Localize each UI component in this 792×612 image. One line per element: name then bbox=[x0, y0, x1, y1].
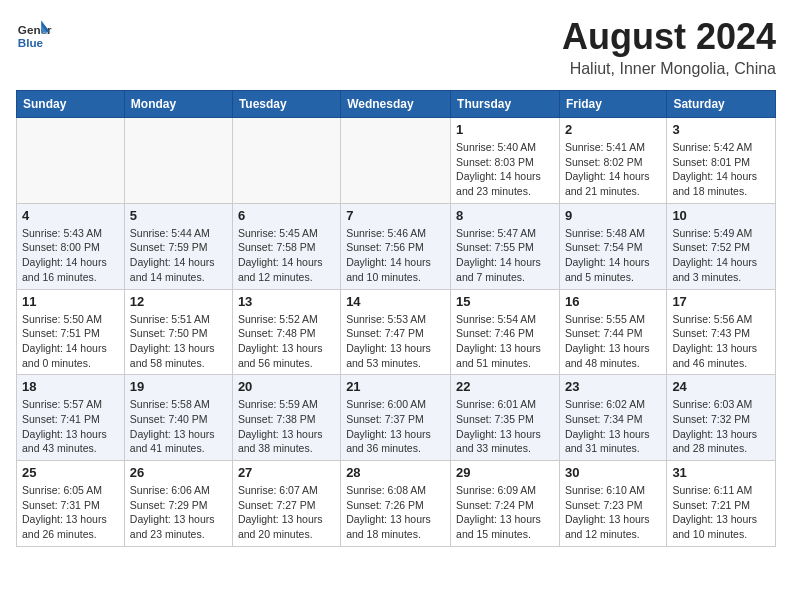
calendar-day: 1Sunrise: 5:40 AMSunset: 8:03 PMDaylight… bbox=[451, 118, 560, 204]
day-info: Sunrise: 5:52 AMSunset: 7:48 PMDaylight:… bbox=[238, 312, 335, 371]
week-row-2: 4Sunrise: 5:43 AMSunset: 8:00 PMDaylight… bbox=[17, 203, 776, 289]
calendar-day: 31Sunrise: 6:11 AMSunset: 7:21 PMDayligh… bbox=[667, 461, 776, 547]
calendar-day bbox=[341, 118, 451, 204]
day-number: 12 bbox=[130, 294, 227, 309]
calendar-title: August 2024 bbox=[562, 16, 776, 58]
calendar-day: 20Sunrise: 5:59 AMSunset: 7:38 PMDayligh… bbox=[232, 375, 340, 461]
calendar-day bbox=[17, 118, 125, 204]
calendar-day: 5Sunrise: 5:44 AMSunset: 7:59 PMDaylight… bbox=[124, 203, 232, 289]
day-info: Sunrise: 5:42 AMSunset: 8:01 PMDaylight:… bbox=[672, 140, 770, 199]
calendar-day: 19Sunrise: 5:58 AMSunset: 7:40 PMDayligh… bbox=[124, 375, 232, 461]
day-info: Sunrise: 5:47 AMSunset: 7:55 PMDaylight:… bbox=[456, 226, 554, 285]
day-info: Sunrise: 6:09 AMSunset: 7:24 PMDaylight:… bbox=[456, 483, 554, 542]
calendar-day: 15Sunrise: 5:54 AMSunset: 7:46 PMDayligh… bbox=[451, 289, 560, 375]
day-info: Sunrise: 6:03 AMSunset: 7:32 PMDaylight:… bbox=[672, 397, 770, 456]
day-info: Sunrise: 5:57 AMSunset: 7:41 PMDaylight:… bbox=[22, 397, 119, 456]
day-info: Sunrise: 6:02 AMSunset: 7:34 PMDaylight:… bbox=[565, 397, 661, 456]
day-number: 26 bbox=[130, 465, 227, 480]
weekday-header-row: SundayMondayTuesdayWednesdayThursdayFrid… bbox=[17, 91, 776, 118]
calendar-day: 8Sunrise: 5:47 AMSunset: 7:55 PMDaylight… bbox=[451, 203, 560, 289]
calendar-day: 10Sunrise: 5:49 AMSunset: 7:52 PMDayligh… bbox=[667, 203, 776, 289]
day-number: 8 bbox=[456, 208, 554, 223]
calendar-table: SundayMondayTuesdayWednesdayThursdayFrid… bbox=[16, 90, 776, 547]
logo-icon: General Blue bbox=[16, 16, 52, 52]
calendar-day: 23Sunrise: 6:02 AMSunset: 7:34 PMDayligh… bbox=[559, 375, 666, 461]
day-info: Sunrise: 6:06 AMSunset: 7:29 PMDaylight:… bbox=[130, 483, 227, 542]
day-number: 25 bbox=[22, 465, 119, 480]
week-row-1: 1Sunrise: 5:40 AMSunset: 8:03 PMDaylight… bbox=[17, 118, 776, 204]
calendar-day: 13Sunrise: 5:52 AMSunset: 7:48 PMDayligh… bbox=[232, 289, 340, 375]
calendar-day bbox=[124, 118, 232, 204]
day-number: 20 bbox=[238, 379, 335, 394]
title-section: August 2024 Haliut, Inner Mongolia, Chin… bbox=[562, 16, 776, 78]
day-number: 6 bbox=[238, 208, 335, 223]
day-info: Sunrise: 5:40 AMSunset: 8:03 PMDaylight:… bbox=[456, 140, 554, 199]
day-number: 21 bbox=[346, 379, 445, 394]
day-info: Sunrise: 5:58 AMSunset: 7:40 PMDaylight:… bbox=[130, 397, 227, 456]
calendar-day: 3Sunrise: 5:42 AMSunset: 8:01 PMDaylight… bbox=[667, 118, 776, 204]
day-number: 14 bbox=[346, 294, 445, 309]
day-number: 4 bbox=[22, 208, 119, 223]
day-number: 24 bbox=[672, 379, 770, 394]
day-number: 27 bbox=[238, 465, 335, 480]
calendar-day: 28Sunrise: 6:08 AMSunset: 7:26 PMDayligh… bbox=[341, 461, 451, 547]
weekday-header-sunday: Sunday bbox=[17, 91, 125, 118]
day-info: Sunrise: 5:54 AMSunset: 7:46 PMDaylight:… bbox=[456, 312, 554, 371]
week-row-4: 18Sunrise: 5:57 AMSunset: 7:41 PMDayligh… bbox=[17, 375, 776, 461]
weekday-header-wednesday: Wednesday bbox=[341, 91, 451, 118]
day-number: 15 bbox=[456, 294, 554, 309]
calendar-subtitle: Haliut, Inner Mongolia, China bbox=[562, 60, 776, 78]
day-info: Sunrise: 6:01 AMSunset: 7:35 PMDaylight:… bbox=[456, 397, 554, 456]
calendar-day: 4Sunrise: 5:43 AMSunset: 8:00 PMDaylight… bbox=[17, 203, 125, 289]
calendar-day: 24Sunrise: 6:03 AMSunset: 7:32 PMDayligh… bbox=[667, 375, 776, 461]
day-info: Sunrise: 6:10 AMSunset: 7:23 PMDaylight:… bbox=[565, 483, 661, 542]
day-number: 19 bbox=[130, 379, 227, 394]
calendar-day: 22Sunrise: 6:01 AMSunset: 7:35 PMDayligh… bbox=[451, 375, 560, 461]
calendar-day: 21Sunrise: 6:00 AMSunset: 7:37 PMDayligh… bbox=[341, 375, 451, 461]
day-info: Sunrise: 5:43 AMSunset: 8:00 PMDaylight:… bbox=[22, 226, 119, 285]
day-info: Sunrise: 5:46 AMSunset: 7:56 PMDaylight:… bbox=[346, 226, 445, 285]
day-number: 10 bbox=[672, 208, 770, 223]
day-info: Sunrise: 5:56 AMSunset: 7:43 PMDaylight:… bbox=[672, 312, 770, 371]
calendar-day: 29Sunrise: 6:09 AMSunset: 7:24 PMDayligh… bbox=[451, 461, 560, 547]
day-number: 7 bbox=[346, 208, 445, 223]
day-info: Sunrise: 6:11 AMSunset: 7:21 PMDaylight:… bbox=[672, 483, 770, 542]
header: General Blue August 2024 Haliut, Inner M… bbox=[16, 16, 776, 78]
day-number: 17 bbox=[672, 294, 770, 309]
svg-text:Blue: Blue bbox=[18, 36, 44, 49]
weekday-header-friday: Friday bbox=[559, 91, 666, 118]
day-info: Sunrise: 5:45 AMSunset: 7:58 PMDaylight:… bbox=[238, 226, 335, 285]
weekday-header-tuesday: Tuesday bbox=[232, 91, 340, 118]
day-number: 2 bbox=[565, 122, 661, 137]
day-info: Sunrise: 5:41 AMSunset: 8:02 PMDaylight:… bbox=[565, 140, 661, 199]
day-info: Sunrise: 6:05 AMSunset: 7:31 PMDaylight:… bbox=[22, 483, 119, 542]
week-row-3: 11Sunrise: 5:50 AMSunset: 7:51 PMDayligh… bbox=[17, 289, 776, 375]
calendar-day: 30Sunrise: 6:10 AMSunset: 7:23 PMDayligh… bbox=[559, 461, 666, 547]
calendar-day: 14Sunrise: 5:53 AMSunset: 7:47 PMDayligh… bbox=[341, 289, 451, 375]
calendar-day: 12Sunrise: 5:51 AMSunset: 7:50 PMDayligh… bbox=[124, 289, 232, 375]
calendar-day: 16Sunrise: 5:55 AMSunset: 7:44 PMDayligh… bbox=[559, 289, 666, 375]
day-info: Sunrise: 6:00 AMSunset: 7:37 PMDaylight:… bbox=[346, 397, 445, 456]
day-number: 1 bbox=[456, 122, 554, 137]
day-number: 22 bbox=[456, 379, 554, 394]
weekday-header-thursday: Thursday bbox=[451, 91, 560, 118]
calendar-day: 26Sunrise: 6:06 AMSunset: 7:29 PMDayligh… bbox=[124, 461, 232, 547]
calendar-day: 27Sunrise: 6:07 AMSunset: 7:27 PMDayligh… bbox=[232, 461, 340, 547]
day-info: Sunrise: 5:59 AMSunset: 7:38 PMDaylight:… bbox=[238, 397, 335, 456]
day-number: 28 bbox=[346, 465, 445, 480]
day-info: Sunrise: 5:49 AMSunset: 7:52 PMDaylight:… bbox=[672, 226, 770, 285]
calendar-day: 7Sunrise: 5:46 AMSunset: 7:56 PMDaylight… bbox=[341, 203, 451, 289]
calendar-day: 17Sunrise: 5:56 AMSunset: 7:43 PMDayligh… bbox=[667, 289, 776, 375]
day-info: Sunrise: 5:51 AMSunset: 7:50 PMDaylight:… bbox=[130, 312, 227, 371]
day-number: 18 bbox=[22, 379, 119, 394]
calendar-day: 18Sunrise: 5:57 AMSunset: 7:41 PMDayligh… bbox=[17, 375, 125, 461]
day-info: Sunrise: 5:48 AMSunset: 7:54 PMDaylight:… bbox=[565, 226, 661, 285]
day-number: 9 bbox=[565, 208, 661, 223]
calendar-day bbox=[232, 118, 340, 204]
day-info: Sunrise: 6:08 AMSunset: 7:26 PMDaylight:… bbox=[346, 483, 445, 542]
day-info: Sunrise: 6:07 AMSunset: 7:27 PMDaylight:… bbox=[238, 483, 335, 542]
calendar-day: 9Sunrise: 5:48 AMSunset: 7:54 PMDaylight… bbox=[559, 203, 666, 289]
calendar-day: 2Sunrise: 5:41 AMSunset: 8:02 PMDaylight… bbox=[559, 118, 666, 204]
calendar-day: 11Sunrise: 5:50 AMSunset: 7:51 PMDayligh… bbox=[17, 289, 125, 375]
day-info: Sunrise: 5:44 AMSunset: 7:59 PMDaylight:… bbox=[130, 226, 227, 285]
